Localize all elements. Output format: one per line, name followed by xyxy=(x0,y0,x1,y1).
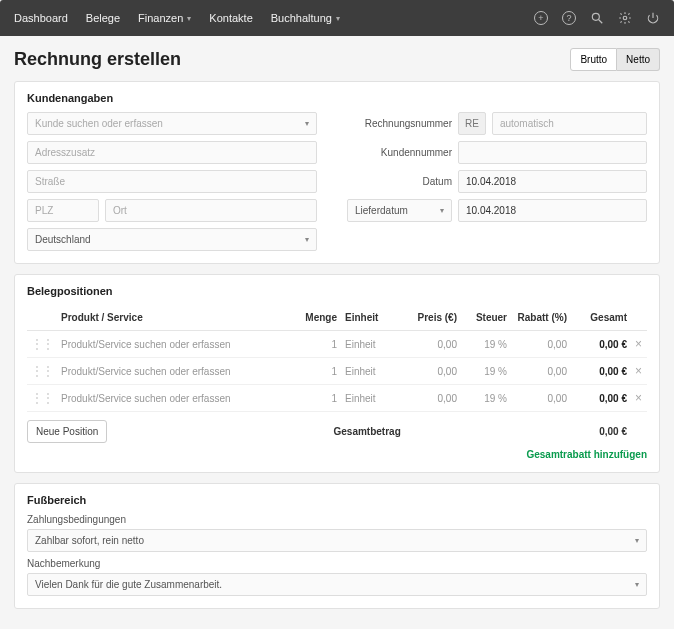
date-label: Datum xyxy=(347,176,452,187)
nav-icons: + ? xyxy=(534,11,660,25)
add-total-discount[interactable]: Gesamtrabatt hinzufügen xyxy=(27,449,647,460)
col-price: Preis (€) xyxy=(401,305,461,331)
chevron-down-icon: ▾ xyxy=(187,14,191,23)
footer-title: Fußbereich xyxy=(27,494,647,506)
content: Rechnung erstellen Brutto Netto Kundenan… xyxy=(0,36,674,629)
discount-cell[interactable]: 0,00 xyxy=(511,331,571,358)
customer-title: Kundenangaben xyxy=(27,92,647,104)
table-row: ⋮⋮Produkt/Service suchen oder erfassen1E… xyxy=(27,385,647,412)
discount-cell[interactable]: 0,00 xyxy=(511,358,571,385)
gross-net-toggle: Brutto Netto xyxy=(570,48,660,71)
nav-belege[interactable]: Belege xyxy=(86,12,120,24)
chevron-down-icon: ▾ xyxy=(635,536,639,545)
payment-terms-label: Zahlungsbedingungen xyxy=(27,514,647,525)
items-title: Belegpositionen xyxy=(27,285,647,297)
nav-kontakte[interactable]: Kontakte xyxy=(209,12,252,24)
col-unit: Einheit xyxy=(341,305,401,331)
customer-number-label: Kundennummer xyxy=(347,147,452,158)
nav-buchhaltung[interactable]: Buchhaltung▾ xyxy=(271,12,340,24)
remark-select[interactable]: Vielen Dank für die gute Zusammenarbeit.… xyxy=(27,573,647,596)
delivery-date-type[interactable]: Lieferdatum ▾ xyxy=(347,199,452,222)
brutto-button[interactable]: Brutto xyxy=(570,48,617,71)
table-row: ⋮⋮Produkt/Service suchen oder erfassen1E… xyxy=(27,331,647,358)
settings-icon[interactable] xyxy=(618,11,632,25)
chevron-down-icon: ▾ xyxy=(336,14,340,23)
svg-line-1 xyxy=(599,20,603,24)
customer-search-input[interactable] xyxy=(35,118,305,129)
total-cell: 0,00 € xyxy=(571,358,631,385)
chevron-down-icon: ▾ xyxy=(305,119,309,128)
remove-row-icon[interactable]: × xyxy=(635,391,642,405)
power-icon[interactable] xyxy=(646,11,660,25)
main-nav: Dashboard Belege Finanzen▾ Kontakte Buch… xyxy=(14,12,340,24)
drag-handle-icon[interactable]: ⋮⋮ xyxy=(31,337,53,351)
qty-cell[interactable]: 1 xyxy=(295,358,341,385)
chevron-down-icon: ▾ xyxy=(305,235,309,244)
total-cell: 0,00 € xyxy=(571,331,631,358)
qty-cell[interactable]: 1 xyxy=(295,385,341,412)
table-row: ⋮⋮Produkt/Service suchen oder erfassen1E… xyxy=(27,358,647,385)
payment-terms-select[interactable]: Zahlbar sofort, rein netto ▾ xyxy=(27,529,647,552)
chevron-down-icon: ▾ xyxy=(440,206,444,215)
col-total: Gesamt xyxy=(571,305,631,331)
remove-row-icon[interactable]: × xyxy=(635,337,642,351)
price-cell[interactable]: 0,00 xyxy=(401,331,461,358)
search-icon[interactable] xyxy=(590,11,604,25)
unit-cell[interactable]: Einheit xyxy=(341,358,401,385)
qty-cell[interactable]: 1 xyxy=(295,331,341,358)
tax-cell[interactable]: 19 % xyxy=(461,358,511,385)
price-cell[interactable]: 0,00 xyxy=(401,385,461,412)
product-cell[interactable]: Produkt/Service suchen oder erfassen xyxy=(57,385,295,412)
invoice-number-label: Rechnungsnummer xyxy=(347,118,452,129)
netto-button[interactable]: Netto xyxy=(617,48,660,71)
country-select[interactable]: Deutschland ▾ xyxy=(27,228,317,251)
app-window: Dashboard Belege Finanzen▾ Kontakte Buch… xyxy=(0,0,674,629)
nav-finanzen[interactable]: Finanzen▾ xyxy=(138,12,191,24)
new-position-button[interactable]: Neue Position xyxy=(27,420,107,443)
items-panel: Belegpositionen Produkt / Service Menge … xyxy=(14,274,660,473)
page-title: Rechnung erstellen xyxy=(14,49,181,70)
grand-total-value: 0,00 € xyxy=(409,426,647,437)
add-icon[interactable]: + xyxy=(534,11,548,25)
unit-cell[interactable]: Einheit xyxy=(341,331,401,358)
zip-input[interactable] xyxy=(27,199,99,222)
customer-panel: Kundenangaben ▾ Deutschland ▾ xyxy=(14,81,660,264)
col-product: Produkt / Service xyxy=(57,305,295,331)
total-cell: 0,00 € xyxy=(571,385,631,412)
street-input[interactable] xyxy=(27,170,317,193)
customer-search[interactable]: ▾ xyxy=(27,112,317,135)
drag-handle-icon[interactable]: ⋮⋮ xyxy=(31,391,53,405)
customer-number-input[interactable] xyxy=(458,141,647,164)
date-input[interactable] xyxy=(458,170,647,193)
col-qty: Menge xyxy=(295,305,341,331)
col-discount: Rabatt (%) xyxy=(511,305,571,331)
remove-row-icon[interactable]: × xyxy=(635,364,642,378)
tax-cell[interactable]: 19 % xyxy=(461,385,511,412)
items-table: Produkt / Service Menge Einheit Preis (€… xyxy=(27,305,647,412)
help-icon[interactable]: ? xyxy=(562,11,576,25)
svg-point-0 xyxy=(592,13,599,20)
page-header: Rechnung erstellen Brutto Netto xyxy=(14,48,660,71)
col-tax: Steuer xyxy=(461,305,511,331)
footer-panel: Fußbereich Zahlungsbedingungen Zahlbar s… xyxy=(14,483,660,609)
tax-cell[interactable]: 19 % xyxy=(461,331,511,358)
product-cell[interactable]: Produkt/Service suchen oder erfassen xyxy=(57,358,295,385)
svg-point-2 xyxy=(623,16,627,20)
city-input[interactable] xyxy=(105,199,317,222)
discount-cell[interactable]: 0,00 xyxy=(511,385,571,412)
invoice-number-input[interactable] xyxy=(492,112,647,135)
delivery-date-input[interactable] xyxy=(458,199,647,222)
remark-label: Nachbemerkung xyxy=(27,558,647,569)
product-cell[interactable]: Produkt/Service suchen oder erfassen xyxy=(57,331,295,358)
nav-dashboard[interactable]: Dashboard xyxy=(14,12,68,24)
invoice-prefix: RE xyxy=(458,112,486,135)
unit-cell[interactable]: Einheit xyxy=(341,385,401,412)
grand-total-label: Gesamtbetrag xyxy=(326,421,409,442)
address-extra-input[interactable] xyxy=(27,141,317,164)
price-cell[interactable]: 0,00 xyxy=(401,358,461,385)
drag-handle-icon[interactable]: ⋮⋮ xyxy=(31,364,53,378)
topbar: Dashboard Belege Finanzen▾ Kontakte Buch… xyxy=(0,0,674,36)
chevron-down-icon: ▾ xyxy=(635,580,639,589)
